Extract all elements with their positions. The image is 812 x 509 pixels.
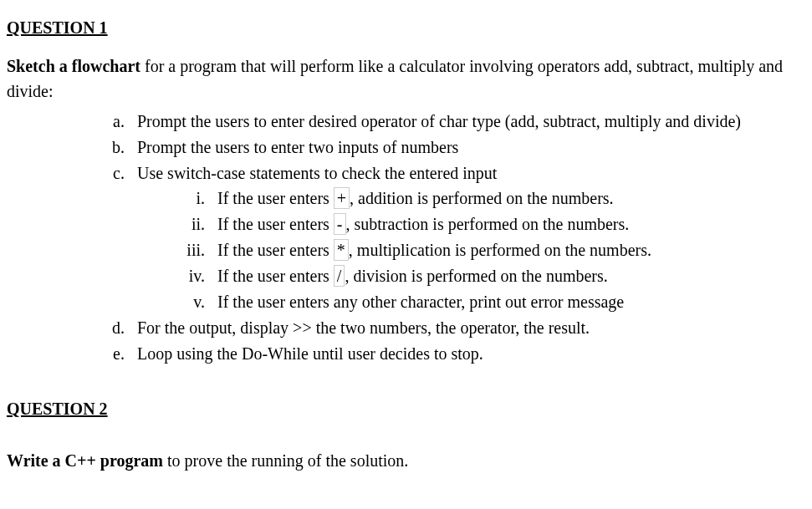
plus-operator-box: + bbox=[334, 187, 350, 209]
q1-item-b: Prompt the users to enter two inputs of … bbox=[129, 135, 805, 160]
q1-roman-v: If the user enters any other character, … bbox=[209, 289, 805, 314]
q1-intro: Sketch a flowchart for a program that wi… bbox=[7, 53, 805, 104]
q1-roman-i: If the user enters +, addition is perfor… bbox=[209, 186, 805, 211]
question-1-heading: QUESTION 1 bbox=[7, 15, 805, 40]
q1-roman-list: If the user enters +, addition is perfor… bbox=[137, 186, 805, 314]
q1-item-c-text: Use switch-case statements to check the … bbox=[137, 164, 497, 182]
q1-roman-ii-pre: If the user enters bbox=[217, 215, 334, 233]
q1-item-d: For the output, display >> the two numbe… bbox=[129, 315, 805, 340]
divide-operator-box: / bbox=[334, 265, 345, 287]
q1-roman-ii-post: , subtraction is performed on the number… bbox=[346, 215, 630, 233]
multiply-operator-box: * bbox=[334, 239, 349, 261]
q1-roman-iii: If the user enters *, multiplication is … bbox=[209, 237, 805, 262]
minus-operator-box: - bbox=[334, 213, 346, 235]
q1-roman-ii: If the user enters -, subtraction is per… bbox=[209, 211, 805, 237]
q1-roman-iv-pre: If the user enters bbox=[217, 267, 334, 285]
q1-roman-iv: If the user enters /, division is perfor… bbox=[209, 263, 805, 288]
q2-body-bold: Write a C++ program bbox=[7, 451, 163, 470]
q1-list: Prompt the users to enter desired operat… bbox=[7, 109, 805, 366]
q1-roman-iv-post: , division is performed on the numbers. bbox=[345, 267, 607, 285]
q1-roman-i-pre: If the user enters bbox=[217, 189, 334, 207]
q1-item-c: Use switch-case statements to check the … bbox=[129, 160, 805, 314]
q1-roman-iii-post: , multiplication is performed on the num… bbox=[349, 241, 651, 259]
q1-item-e: Loop using the Do-While until user decid… bbox=[129, 341, 805, 366]
q1-roman-i-post: , addition is performed on the numbers. bbox=[350, 189, 614, 207]
q1-roman-iii-pre: If the user enters bbox=[217, 241, 334, 259]
q1-item-a: Prompt the users to enter desired operat… bbox=[129, 109, 805, 134]
q2-body: Write a C++ program to prove the running… bbox=[7, 448, 805, 473]
q1-intro-bold: Sketch a flowchart bbox=[7, 57, 140, 75]
q2-body-rest: to prove the running of the solution. bbox=[163, 451, 408, 470]
question-2-heading: QUESTION 2 bbox=[7, 396, 805, 421]
